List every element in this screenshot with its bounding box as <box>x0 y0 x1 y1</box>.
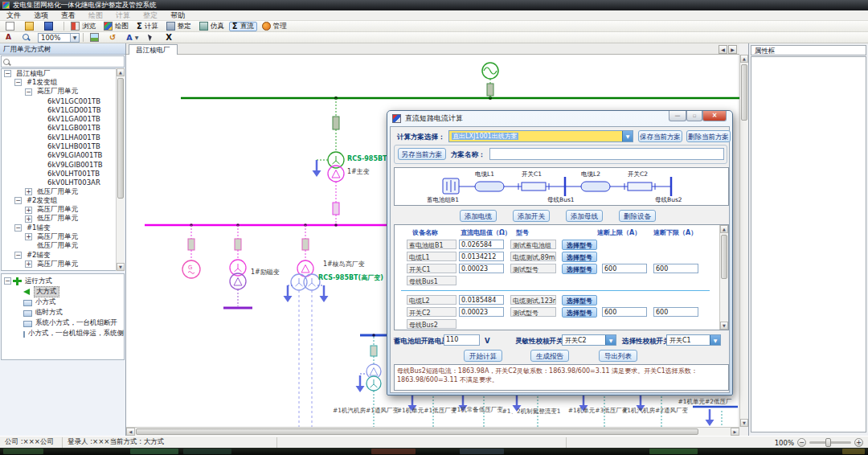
expander-icon[interactable] <box>25 88 32 96</box>
chevron-down-icon[interactable]: ▼ <box>70 34 79 42</box>
taskbar-item[interactable] <box>130 449 178 454</box>
taskbar-item[interactable] <box>460 449 504 454</box>
resistance-input[interactable]: 0.026584 <box>459 240 504 249</box>
tab-scroll-right-icon[interactable]: ▶ <box>728 45 737 54</box>
tree-item[interactable]: 高压厂用单元 <box>2 260 124 268</box>
scroll-right-icon[interactable]: ▶ <box>731 428 739 436</box>
menu-item[interactable]: 文件 <box>0 10 27 21</box>
zoom-slider-thumb[interactable] <box>825 438 831 447</box>
resistance-input[interactable]: 0.00023 <box>459 307 504 317</box>
scroll-down-icon[interactable]: ▼ <box>720 322 728 330</box>
expander-icon[interactable] <box>35 116 43 123</box>
toolbar-button[interactable]: 直流 <box>229 22 257 31</box>
expander-icon[interactable] <box>35 106 43 113</box>
add-device-button[interactable]: 删除设备 <box>619 210 656 222</box>
menu-item[interactable]: 整定 <box>137 10 164 21</box>
menu-item[interactable]: 计算 <box>109 10 137 21</box>
tree-item[interactable]: 运行方式 <box>2 276 124 286</box>
expander-icon[interactable] <box>35 161 43 168</box>
tree-item[interactable]: 6kV1LGA001TB <box>2 114 124 123</box>
mv-bus[interactable] <box>145 223 387 227</box>
scroll-down-icon[interactable]: ▼ <box>117 263 125 271</box>
menu-item[interactable]: 选项 <box>27 10 55 21</box>
tree-item[interactable]: 6kV9LGIB001TB <box>2 160 124 169</box>
tree-item[interactable]: 6kV1LHA001TB <box>2 133 124 141</box>
selectivity-switch-combo[interactable]: 开关C1 ▼ <box>666 334 721 346</box>
expander-icon[interactable] <box>35 170 43 177</box>
zoom-level-combo[interactable]: 100% ▼ <box>38 33 80 43</box>
scroll-up-icon[interactable]: ▲ <box>720 225 728 233</box>
taskbar-item[interactable] <box>183 449 231 454</box>
tab-scroll-left-icon[interactable]: ◀ <box>719 45 727 54</box>
chevron-down-icon[interactable]: ▼ <box>710 335 720 345</box>
zoom-out-button[interactable]: − <box>797 438 806 447</box>
undo-button[interactable] <box>106 33 121 43</box>
island-aux-transformer[interactable] <box>284 225 329 427</box>
tree-item[interactable]: #2辅变 <box>2 251 124 260</box>
scrollbar-thumb[interactable] <box>741 64 747 121</box>
scrollbar-thumb[interactable] <box>136 428 698 435</box>
expander-icon[interactable] <box>14 224 22 232</box>
upper-limit-input[interactable]: 600 <box>602 307 647 317</box>
resistance-input[interactable]: 0.0134212 <box>459 252 504 261</box>
pointer-tool-button[interactable] <box>143 33 161 43</box>
tree-item[interactable]: 6kV1LHB001TB <box>2 141 124 150</box>
tree-item[interactable]: 6kV1LGC001TB <box>2 96 124 105</box>
canvas-horizontal-scrollbar[interactable]: ◀ ▶ <box>126 427 739 436</box>
battery-voltage-input[interactable]: 110 <box>444 334 480 346</box>
add-device-button[interactable]: 添加开关 <box>513 210 550 222</box>
generate-report-button[interactable]: 生成报告 <box>530 350 569 362</box>
expander-icon[interactable] <box>25 243 32 250</box>
tree-item[interactable]: 6kV0LHT001TB <box>2 169 124 178</box>
tree-item[interactable]: 高压厂用单元 <box>2 205 124 214</box>
expander-icon[interactable] <box>35 125 43 132</box>
tree-item[interactable]: #2发变组 <box>2 196 124 205</box>
expander-icon[interactable] <box>14 298 22 305</box>
expander-icon[interactable] <box>25 260 32 268</box>
chevron-down-icon[interactable]: ▼ <box>622 131 633 141</box>
delete-scheme-button[interactable]: 删除当前方案 <box>686 130 731 142</box>
expander-icon[interactable] <box>14 319 22 326</box>
maximize-button[interactable]: ▫ <box>686 111 702 121</box>
scroll-up-icon[interactable]: ▲ <box>117 68 125 76</box>
save-as-button[interactable]: 另存当前方案 <box>398 148 446 160</box>
tree-item[interactable]: #1辅变 <box>2 223 124 232</box>
select-model-button[interactable]: 选择型号 <box>562 252 597 262</box>
chevron-down-icon[interactable]: ▼ <box>605 335 616 345</box>
circuit-diagram[interactable]: 电缆L1 开关C1 电缆L2 开关C2 蓄电池组B1 母线Bus1 母线Bus2 <box>394 167 729 206</box>
toolbar-button[interactable]: 绘图 <box>100 22 132 31</box>
expander-icon[interactable] <box>14 288 22 295</box>
tree-item[interactable]: 低压厂用单元 <box>2 242 124 251</box>
resistance-input[interactable]: 0.0185484 <box>459 295 504 305</box>
expander-icon[interactable] <box>14 309 22 316</box>
resistance-input[interactable]: 0.00023 <box>459 264 504 273</box>
expander-icon[interactable] <box>14 252 22 259</box>
toolbar-button[interactable]: 管理 <box>259 22 290 31</box>
os-taskbar[interactable] <box>0 448 868 455</box>
scheme-combo[interactable]: 直出LXJ1001出线方案 ▼ <box>448 130 633 142</box>
system-source[interactable] <box>482 63 498 98</box>
zoom-slider[interactable] <box>809 441 851 444</box>
select-model-button[interactable]: 选择型号 <box>562 240 597 250</box>
image-tool-button[interactable] <box>87 33 104 43</box>
scroll-left-icon[interactable]: ◀ <box>126 428 135 436</box>
tree-item[interactable]: 昌江核电厂 <box>2 69 124 78</box>
tree-item[interactable]: 高压厂用单元 <box>2 88 124 96</box>
add-device-button[interactable]: 添加母线 <box>566 210 603 222</box>
taskbar-item[interactable] <box>371 449 416 454</box>
tree-item[interactable]: 6kV1LGD001TB <box>2 105 124 114</box>
tree-item[interactable]: 小方式 <box>2 297 124 307</box>
expander-icon[interactable] <box>14 79 22 86</box>
toolbar-button[interactable]: 浏览 <box>68 22 99 31</box>
text-tool-button[interactable]: A▼ <box>123 33 141 43</box>
expander-icon[interactable] <box>14 197 22 204</box>
tree-item[interactable]: 6kV0LHT003AR <box>2 178 124 187</box>
generator[interactable]: G <box>182 225 200 278</box>
select-model-button[interactable]: 选择型号 <box>562 295 597 305</box>
sensitivity-switch-combo[interactable]: 开关C2 ▼ <box>562 334 616 346</box>
canvas-vertical-scrollbar[interactable]: ▲ ▼ <box>739 55 748 427</box>
expander-icon[interactable] <box>25 188 32 195</box>
open-file-button[interactable] <box>22 22 39 31</box>
scroll-down-icon[interactable]: ▼ <box>740 419 748 427</box>
minimize-button[interactable]: — <box>669 111 686 121</box>
